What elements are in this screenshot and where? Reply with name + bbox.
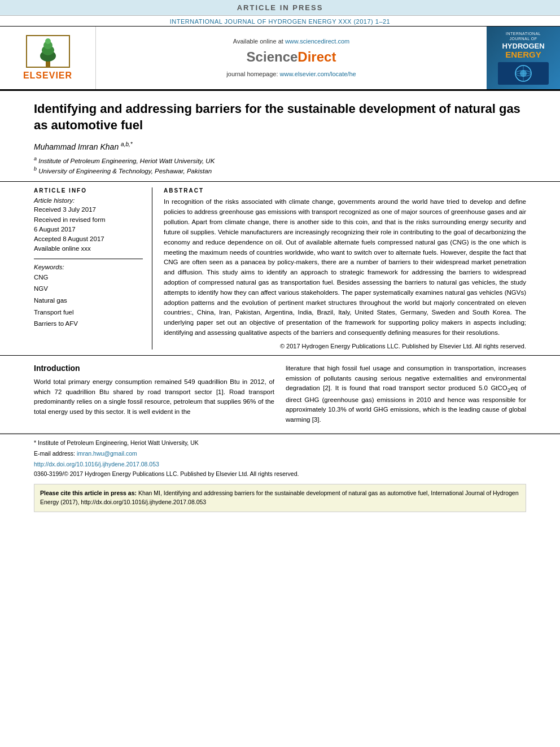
intro-left-para: World total primary energy consumption r…: [34, 377, 274, 417]
affiliation-b: b University of Engineering & Technology…: [34, 166, 526, 174]
keywords-heading: Keywords:: [34, 264, 143, 270]
elsevier-logo-text: ELSEVIER: [23, 71, 72, 81]
intro-right-col: literature that high fossil fuel usage a…: [286, 364, 526, 425]
introduction-area: Introduction World total primary energy …: [0, 356, 560, 434]
hydrogen-energy-box: INTERNATIONAL JOURNAL OF HYDROGEN ENERGY: [487, 27, 560, 89]
footer-email-link[interactable]: imran.hwu@gmail.com: [77, 450, 137, 457]
abstract-col: ABSTRACT In recognition of the risks ass…: [164, 187, 526, 349]
footer-email-line: E-mail address: imran.hwu@gmail.com: [34, 449, 526, 458]
sciencedirect-link[interactable]: www.sciencedirect.com: [285, 38, 349, 45]
keyword-transport-fuel: Transport fuel: [34, 307, 143, 318]
article-history: Article history: Received 3 July 2017 Re…: [34, 197, 143, 254]
he-international-text: INTERNATIONAL JOURNAL OF: [506, 31, 541, 41]
article-info-abstract-area: ARTICLE INFO Article history: Received 3…: [0, 182, 560, 355]
footer-doi-line: http://dx.doi.org/10.1016/j.ijhydene.201…: [34, 460, 526, 469]
article-info-label: ARTICLE INFO: [34, 187, 143, 194]
article-title-area: Identifying and addressing barriers for …: [0, 91, 560, 182]
journal-homepage-link[interactable]: www.elsevier.com/locate/he: [280, 71, 356, 77]
history-heading: Article history:: [34, 197, 143, 204]
article-title: Identifying and addressing barriers for …: [34, 101, 526, 133]
article-in-press-banner: ARTICLE IN PRESS: [0, 0, 560, 16]
available-online: Available online xxx: [34, 244, 143, 254]
science-text: Science: [247, 49, 298, 64]
keyword-cng: CNG: [34, 272, 143, 283]
center-header-area: Available online at www.sciencedirect.co…: [96, 27, 487, 89]
author-name: Muhammad Imran Khan a,b,*: [34, 141, 526, 151]
available-online-text: Available online at www.sciencedirect.co…: [233, 38, 349, 45]
journal-header: INTERNATIONAL JOURNAL OF HYDROGEN ENERGY…: [0, 16, 560, 27]
intro-right-para: literature that high fossil fuel usage a…: [286, 364, 526, 425]
footer-doi-link[interactable]: http://dx.doi.org/10.1016/j.ijhydene.201…: [34, 461, 159, 468]
keyword-barriers: Barriers to AFV: [34, 318, 143, 330]
svg-point-4: [45, 38, 51, 44]
elsevier-tree-icon: [25, 34, 71, 68]
cite-banner: Please cite this article in press as: Kh…: [34, 484, 526, 512]
abstract-copyright: © 2017 Hydrogen Energy Publications LLC.…: [164, 343, 526, 350]
intro-two-col: Introduction World total primary energy …: [34, 364, 526, 425]
intro-heading: Introduction: [34, 364, 274, 373]
abstract-text: In recognition of the risks associated w…: [164, 197, 526, 338]
revised-label: Received in revised form: [34, 215, 143, 225]
footer-copyright: 0360-3199/© 2017 Hydrogen Energy Publica…: [34, 470, 526, 477]
abstract-label: ABSTRACT: [164, 187, 526, 194]
keyword-natural-gas: Natural gas: [34, 295, 143, 307]
elsevier-logo-area: ELSEVIER: [0, 27, 96, 89]
revised-date: 6 August 2017: [34, 225, 143, 234]
please-cite-label: Please cite this article in press as:: [40, 490, 138, 496]
divider: [34, 259, 143, 259]
footer-affiliation: * Institute of Petroleum Engineering, He…: [34, 439, 526, 448]
keywords-group: Keywords: CNG NGV Natural gas Transport …: [34, 264, 143, 330]
author-superscript: a,b,*: [121, 141, 133, 147]
top-header: ELSEVIER Available online at www.science…: [0, 27, 560, 91]
affil-label-a: a: [34, 156, 37, 161]
footer-notes: * Institute of Petroleum Engineering, He…: [0, 434, 560, 479]
journal-homepage-text: journal homepage: www.elsevier.com/locat…: [226, 71, 356, 77]
accepted-date: Accepted 8 August 2017: [34, 234, 143, 244]
he-journal-title: HYDROGEN ENERGY: [502, 42, 544, 60]
received-date: Received 3 July 2017: [34, 205, 143, 215]
sciencedirect-logo: ScienceDirect: [247, 49, 336, 65]
direct-text: Direct: [298, 49, 336, 64]
article-info-col: ARTICLE INFO Article history: Received 3…: [34, 187, 152, 349]
intro-left-col: Introduction World total primary energy …: [34, 364, 274, 425]
affiliation-a: a Institute of Petroleum Engineering, He…: [34, 156, 526, 164]
affil-label-b: b: [34, 166, 37, 172]
he-journal-image: [498, 62, 549, 85]
keyword-ngv: NGV: [34, 283, 143, 295]
